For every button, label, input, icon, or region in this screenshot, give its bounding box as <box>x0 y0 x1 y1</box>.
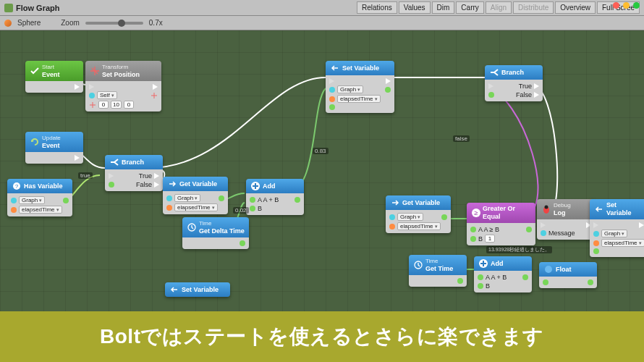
refresh-icon <box>30 137 40 147</box>
flow-out-port[interactable] <box>153 84 158 90</box>
get-icon <box>167 179 177 189</box>
dim-button[interactable]: Dim <box>432 1 455 14</box>
node-branch[interactable]: Branch True False <box>485 65 543 101</box>
set-icon <box>594 204 604 214</box>
plus-icon <box>250 181 260 191</box>
float-icon <box>543 264 554 274</box>
svg-text:≥: ≥ <box>475 209 478 216</box>
bug-icon <box>541 204 551 214</box>
flow-out-port[interactable] <box>386 78 391 84</box>
variable-icon: ? <box>12 181 22 191</box>
node-get-variable[interactable]: Get Variable Graph elapsedTime <box>386 195 451 233</box>
relations-button[interactable]: Relations <box>357 1 397 14</box>
target-dropdown[interactable]: Self <box>97 91 117 99</box>
z-input[interactable]: 0 <box>124 101 134 109</box>
set-icon <box>330 63 340 73</box>
greater-equal-icon: ≥ <box>471 208 480 218</box>
branch-icon <box>109 157 119 167</box>
maximize-icon[interactable] <box>633 2 640 9</box>
values-button[interactable]: Values <box>399 1 431 14</box>
wire-label: 0.02 <box>233 207 249 214</box>
node-set-variable[interactable]: Set Variable <box>165 282 230 297</box>
flow-in-port[interactable] <box>89 84 94 90</box>
wire-label: true <box>78 172 93 179</box>
node-start-event[interactable]: StartEvent <box>25 61 83 93</box>
node-debug-log[interactable]: DebugLog Message <box>537 199 595 240</box>
svg-point-10 <box>545 266 552 273</box>
svg-text:?: ? <box>15 183 19 190</box>
clock-icon <box>187 222 197 232</box>
carry-button[interactable]: Carry <box>456 1 483 14</box>
window-title: Flow Graph <box>16 4 60 12</box>
value-out-port[interactable] <box>63 198 69 203</box>
set-icon <box>169 285 179 295</box>
node-set-variable[interactable]: Set Variable Graph elapsedTime <box>326 61 394 113</box>
false-port[interactable] <box>154 182 159 188</box>
node-set-position[interactable]: TransformSet Position Self 0 10 0 <box>85 61 161 111</box>
zoom-thumb[interactable] <box>118 20 125 27</box>
node-has-variable[interactable]: ? Has Variable Graph elapsedTime <box>7 179 72 216</box>
align-dropdown[interactable]: Align <box>486 1 512 14</box>
flow-out-port[interactable] <box>75 155 80 161</box>
scope-dropdown[interactable]: Graph <box>19 196 45 204</box>
graph-icon <box>4 4 13 12</box>
zoom-slider[interactable] <box>85 22 143 25</box>
value-out-port[interactable] <box>240 240 245 246</box>
wire-label: false <box>453 135 470 142</box>
sphere-icon <box>4 20 12 27</box>
node-get-variable[interactable]: Get Variable Graph elapsedTime <box>163 177 228 214</box>
node-float[interactable]: Float <box>539 262 597 288</box>
close-icon[interactable] <box>613 2 619 9</box>
wire-label: 13.93928秒経過しました。 <box>486 246 552 253</box>
zoom-label: Zoom <box>61 19 80 27</box>
overlay-banner: Boltではステートを使えるとさらに楽できます <box>0 311 644 362</box>
node-get-time[interactable]: TimeGet Time <box>409 255 467 287</box>
svg-point-7 <box>545 206 548 209</box>
transform-icon <box>90 66 100 76</box>
b-input[interactable]: 1 <box>485 235 495 243</box>
plus-icon <box>478 258 488 269</box>
axis-icon <box>89 101 96 109</box>
overview-button[interactable]: Overview <box>555 1 596 14</box>
value-out-port[interactable] <box>219 195 224 201</box>
distribute-dropdown[interactable]: Distribute <box>513 1 554 14</box>
branch-icon <box>489 67 499 77</box>
node-update-event[interactable]: UpdateEvent <box>25 132 83 164</box>
zoom-value: 0.7x <box>149 19 163 27</box>
toolbar: Flow Graph Relations Values Dim Carry Al… <box>0 0 644 16</box>
node-branch[interactable]: Branch True False <box>105 155 163 191</box>
clock-icon <box>413 260 423 270</box>
node-set-variable[interactable]: Set Variable Graph elapsedTime <box>590 199 644 257</box>
node-greater-or-equal[interactable]: ≥ Greater Or Equal A A ≥ B B1 <box>467 203 535 245</box>
minimize-icon[interactable] <box>623 2 630 9</box>
y-input[interactable]: 10 <box>111 101 122 109</box>
node-get-delta-time[interactable]: TimeGet Delta Time <box>182 217 249 249</box>
check-icon <box>30 66 40 76</box>
flow-out-port[interactable] <box>75 84 80 90</box>
node-add[interactable]: Add A A + B B <box>246 179 304 215</box>
true-port[interactable] <box>154 173 159 179</box>
context-object[interactable]: Sphere <box>17 19 41 27</box>
subtoolbar: Sphere Zoom 0.7x <box>0 16 644 30</box>
wire-label: 0.83 <box>313 148 329 154</box>
window-controls <box>613 2 640 9</box>
axis-icon <box>151 92 158 99</box>
node-add[interactable]: Add A A + B B <box>474 256 532 292</box>
variable-dropdown[interactable]: elapsedTime <box>19 206 62 214</box>
x-input[interactable]: 0 <box>98 101 109 109</box>
banner-text: Boltではステートを使えるとさらに楽できます <box>100 323 544 350</box>
get-icon <box>390 198 400 208</box>
